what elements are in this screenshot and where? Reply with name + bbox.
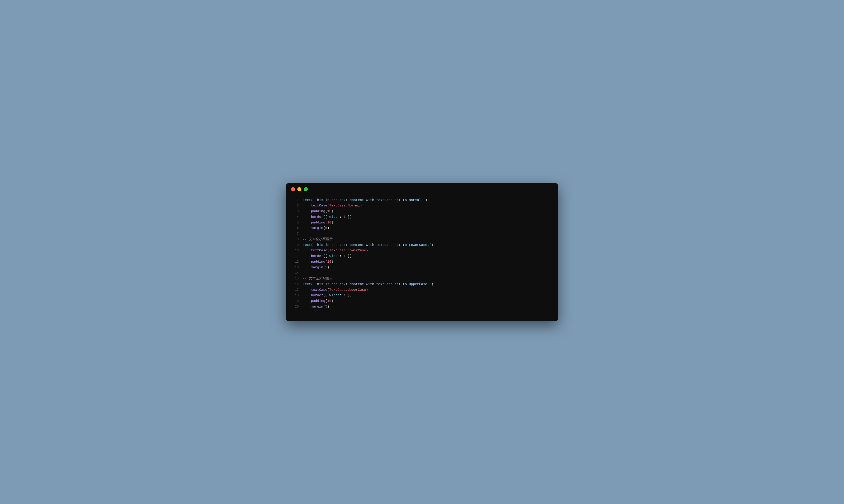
code-token-text: :	[340, 254, 344, 259]
code-token-number: 1	[344, 254, 346, 259]
code-token-method: .margin	[309, 304, 323, 310]
code-line: 11 .border({ width: 1 })	[290, 254, 554, 259]
line-number: 20	[290, 304, 299, 309]
code-token-prop: width	[329, 254, 340, 259]
code-token-paren: )	[350, 293, 352, 299]
close-button[interactable]	[291, 187, 295, 191]
code-token-paren: (	[311, 242, 313, 248]
titlebar	[286, 183, 558, 195]
code-token-paren: (	[327, 287, 329, 293]
code-line: 8// 文本全小写展示	[290, 237, 554, 242]
code-token-paren: )	[331, 259, 334, 265]
code-token-func: Text	[303, 282, 311, 287]
code-token-paren: )	[431, 282, 433, 287]
code-token-indent	[303, 287, 309, 293]
line-number: 14	[290, 270, 299, 275]
code-token-indent	[303, 209, 309, 214]
line-number: 8	[290, 237, 299, 242]
code-token-brace: }	[346, 293, 350, 299]
line-number: 18	[290, 293, 299, 298]
code-token-paren: (	[327, 248, 329, 254]
code-token-paren: )	[327, 265, 329, 271]
code-line: 16Text('This is the text content with te…	[290, 282, 554, 287]
code-token-number: 5	[325, 226, 327, 231]
code-token-indent	[303, 203, 309, 209]
code-token-paren: )	[366, 287, 368, 293]
maximize-button[interactable]	[304, 187, 308, 191]
code-token-method: .padding	[309, 259, 325, 265]
code-token-paren: )	[360, 203, 362, 209]
code-token-method: .textCase	[309, 203, 327, 209]
code-token-indent	[303, 299, 309, 304]
line-number: 3	[290, 209, 299, 214]
code-line: 7	[290, 231, 554, 237]
line-number: 16	[290, 282, 299, 287]
code-area: 1Text('This is the text content with tex…	[286, 195, 558, 312]
code-token-brace: {	[325, 293, 329, 299]
code-token-number: 10	[327, 259, 331, 265]
code-editor-window: 1Text('This is the text content with tex…	[286, 183, 558, 321]
code-line: 2 .textCase(TextCase.Normal)	[290, 203, 554, 209]
minimize-button[interactable]	[297, 187, 301, 191]
code-token-indent	[303, 265, 309, 271]
code-token-paren: )	[431, 242, 433, 248]
line-number: 5	[290, 220, 299, 225]
code-token-paren: )	[331, 209, 334, 214]
code-token-comment: // 文本全小写展示	[303, 237, 333, 242]
line-number: 4	[290, 214, 299, 220]
code-token-method: .padding	[309, 209, 325, 214]
line-number: 6	[290, 226, 299, 231]
code-token-prop: width	[329, 293, 340, 299]
code-token-indent	[303, 214, 309, 220]
code-token-paren: (	[323, 226, 325, 231]
code-token-paren: (	[325, 220, 327, 226]
code-token-method: .border	[309, 254, 323, 259]
code-token-indent	[303, 304, 309, 310]
code-token-brace: }	[346, 254, 350, 259]
code-token-paren: (	[311, 198, 313, 203]
code-token-paren: )	[331, 220, 334, 226]
line-number: 7	[290, 231, 299, 236]
code-token-paren: (	[325, 209, 327, 214]
line-number: 10	[290, 248, 299, 253]
code-line: 13 .margin(5)	[290, 265, 554, 271]
code-token-indent	[303, 293, 309, 299]
code-token-indent	[303, 259, 309, 265]
code-token-number: 10	[327, 209, 331, 214]
code-token-method: .margin	[309, 265, 323, 271]
code-token-number: 1	[344, 293, 346, 299]
code-token-method: .border	[309, 214, 323, 220]
code-line: 3 .padding(10)	[290, 209, 554, 214]
code-token-comment: // 文本全大写展示	[303, 276, 333, 282]
code-line: 5 .padding(10)	[290, 220, 554, 226]
code-line: 14	[290, 270, 554, 276]
code-token-func: Text	[303, 242, 311, 248]
line-number: 17	[290, 287, 299, 292]
line-number: 13	[290, 265, 299, 270]
code-line: 1Text('This is the text content with tex…	[290, 198, 554, 203]
code-token-string: 'This is the text content with textCase …	[313, 242, 431, 248]
code-token-text: :	[340, 293, 344, 299]
code-line: 10 .textCase(TextCase.LowerCase)	[290, 248, 554, 254]
code-line: 6 .margin(5)	[290, 226, 554, 231]
code-token-paren: (	[327, 203, 329, 209]
code-token-number: 10	[327, 299, 331, 304]
code-token-method: .border	[309, 293, 323, 299]
line-number: 9	[290, 242, 299, 248]
code-token-brace: }	[346, 214, 350, 220]
code-token-paren: (	[325, 259, 327, 265]
line-number: 1	[290, 198, 299, 203]
line-number: 19	[290, 299, 299, 304]
code-token-method: .margin	[309, 226, 323, 231]
code-line: 4 .border({ width: 1 })	[290, 214, 554, 220]
code-token-number: 5	[325, 304, 327, 310]
code-token-paren: )	[327, 226, 329, 231]
code-token-paren: )	[366, 248, 368, 254]
code-line: 20 .margin(5)	[290, 304, 554, 310]
code-token-method: .padding	[309, 299, 325, 304]
code-token-prop: width	[329, 214, 340, 220]
code-token-paren: (	[323, 214, 325, 220]
code-line: 17 .textCase(TextCase.UpperCase)	[290, 287, 554, 293]
line-number: 2	[290, 203, 299, 208]
code-line: 15// 文本全大写展示	[290, 276, 554, 282]
